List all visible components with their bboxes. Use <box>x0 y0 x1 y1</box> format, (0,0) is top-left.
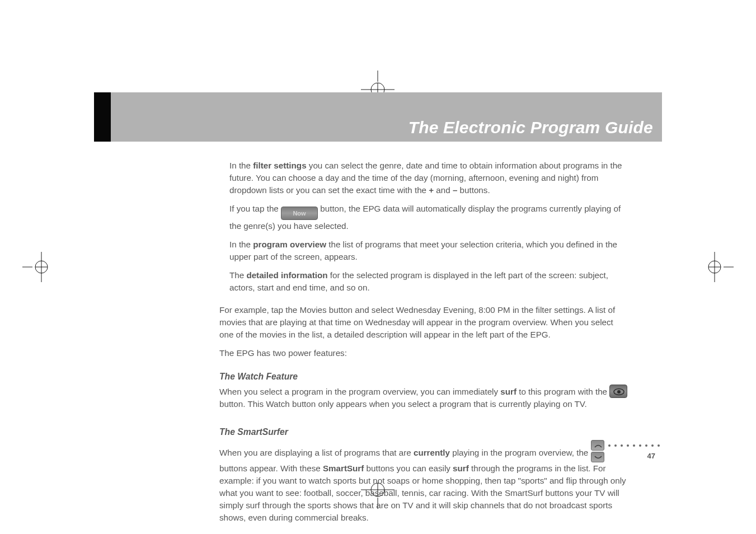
bold-filter-settings: filter settings <box>253 161 306 170</box>
watch-feature-heading: The Watch Feature <box>219 371 628 383</box>
para-filter-settings: In the filter settings you can select th… <box>229 160 628 196</box>
smartsurf-buttons-icon <box>591 440 604 462</box>
text: buttons you can easily <box>364 463 453 473</box>
page-root: The Electronic Program Guide In the filt… <box>0 0 756 534</box>
text: When you are displaying a list of progra… <box>219 448 414 457</box>
para-two-features: The EPG has two power features: <box>219 347 628 359</box>
text: If you tap the <box>229 204 281 213</box>
text: button. This Watch button only appears w… <box>219 399 587 409</box>
bold-smartsurf: SmartSurf <box>323 463 364 473</box>
bold-detailed-info: detailed information <box>246 270 327 280</box>
para-example: For example, tap the Movies button and s… <box>219 304 628 341</box>
svg-point-17 <box>617 390 621 394</box>
para-program-overview: In the program overview the list of prog… <box>229 238 628 263</box>
smartsurfer-heading: The SmartSurfer <box>219 426 628 439</box>
para-detailed-info: The detailed information for the selecte… <box>229 269 628 294</box>
text: buttons. <box>457 185 490 195</box>
text: and <box>434 185 453 195</box>
bold-currently: currently <box>414 448 450 457</box>
para-smartsurfer: When you are displaying a list of progra… <box>219 440 628 524</box>
bold-program-overview: program overview <box>253 240 326 249</box>
para-now-button: If you tap the Now button, the EPG data … <box>229 203 628 232</box>
page-number: 47 <box>647 452 655 460</box>
left-crop-mark <box>22 245 53 289</box>
bold-surf: surf <box>500 387 516 396</box>
text: to this program with the <box>516 387 609 396</box>
chapter-title: The Electronic Program Guide <box>408 118 653 137</box>
text: In the <box>229 240 253 249</box>
text: buttons appear. With these <box>219 463 323 473</box>
text: The <box>229 270 246 280</box>
body-content: In the filter settings you can select th… <box>219 160 628 530</box>
footer-dots <box>608 444 660 447</box>
text: In the <box>229 161 253 170</box>
text: When you select a program in the program… <box>219 387 500 396</box>
now-button-icon: Now <box>281 207 318 220</box>
right-crop-mark <box>703 245 734 289</box>
para-watch-feature: When you select a program in the program… <box>219 385 628 410</box>
text: playing in the program overview, the <box>450 448 591 457</box>
bold-plus: + <box>429 185 434 195</box>
watch-eye-icon <box>609 385 627 398</box>
header-black-tab <box>94 92 111 142</box>
bold-surf-2: surf <box>453 463 469 473</box>
